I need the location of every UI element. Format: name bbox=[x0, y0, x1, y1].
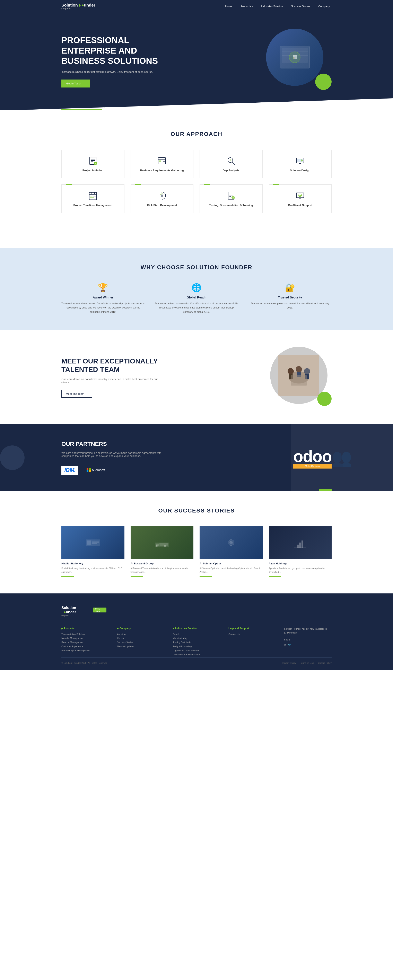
footer-col-tagline: Solution Founder has set new standards i… bbox=[284, 627, 332, 657]
why-card-award-title: Award Winner bbox=[61, 296, 145, 299]
approach-icon-solution-design bbox=[273, 156, 328, 166]
footer-link-success-stories[interactable]: Success Stories bbox=[117, 641, 165, 644]
separator-1 bbox=[0, 235, 393, 248]
approach-section: OUR APPROACH ✓ Project Initiation bbox=[0, 110, 393, 235]
partners-bg-figures: 👥 bbox=[291, 425, 393, 491]
microsoft-text: Microsoft bbox=[92, 468, 105, 472]
why-card-award-desc: Teamwork makes dream works. Our efforts … bbox=[61, 302, 145, 314]
meet-team-button[interactable]: Meet The Team → bbox=[61, 390, 92, 398]
approach-card-project-timelines: Project Timelines Management bbox=[61, 185, 125, 213]
approach-card-go-alive: Go Alive & Support bbox=[269, 185, 332, 213]
ms-yellow bbox=[89, 470, 91, 472]
hero-diagonal bbox=[0, 98, 393, 110]
footer-terms[interactable]: Terms Of Use bbox=[300, 662, 314, 664]
svg-point-26 bbox=[301, 159, 303, 161]
microsoft-grid-icon bbox=[86, 468, 91, 472]
svg-rect-56 bbox=[87, 541, 91, 544]
footer-link-contact[interactable]: Contact Us bbox=[228, 633, 276, 635]
partners-section: OUR PARTNERS We care about your project … bbox=[0, 425, 393, 491]
partner-logos: IBM. Microsoft bbox=[61, 466, 164, 475]
svg-point-61 bbox=[156, 545, 158, 547]
footer-privacy[interactable]: Privacy Policy bbox=[282, 662, 296, 664]
footer-link-material[interactable]: Material Management bbox=[61, 637, 109, 640]
footer-link-human[interactable]: Human Capital Management bbox=[61, 649, 109, 652]
team-image bbox=[270, 347, 332, 408]
footer-link-manufacturing[interactable]: Manufacturing bbox=[173, 637, 220, 640]
svg-rect-63 bbox=[160, 543, 168, 546]
success-section: OUR SUCCESS STORIES Khalid Stationery Kh… bbox=[0, 491, 393, 593]
khalid-description: Khalid Stationery is a trading business … bbox=[61, 567, 125, 574]
footer-top: Solution F●under We're Hiring simplifyit bbox=[61, 606, 332, 617]
footer-col-help: Help and Support Contact Us bbox=[228, 627, 276, 657]
footer-link-customer[interactable]: Customer Experience bbox=[61, 645, 109, 648]
ayan-stripe bbox=[269, 576, 281, 577]
nav-industries[interactable]: Industries Solution bbox=[261, 5, 283, 8]
footer-link-retail[interactable]: Retail bbox=[173, 633, 220, 635]
why-card-global-desc: Teamwork makes dream works. Our efforts … bbox=[155, 302, 238, 314]
svg-line-35 bbox=[160, 194, 161, 195]
approach-label-gap-analysis: Gap Analysis bbox=[204, 169, 258, 172]
footer-tagline: Solution Founder has set new standards i… bbox=[284, 627, 332, 635]
social-links: in 🐦 bbox=[284, 644, 332, 648]
approach-card-gap-analysis: Gap Analysis bbox=[200, 150, 263, 178]
svg-text:✓: ✓ bbox=[94, 162, 96, 165]
approach-card-testing: ✓ Testing, Documentation & Training bbox=[200, 185, 263, 213]
svg-rect-17 bbox=[163, 161, 165, 162]
footer-link-career[interactable]: Career bbox=[117, 637, 165, 640]
footer-link-logistics[interactable]: Logistics & Transportation bbox=[173, 649, 220, 652]
svg-rect-69 bbox=[302, 541, 303, 548]
ibm-logo: IBM. bbox=[61, 466, 78, 475]
nav-success[interactable]: Success Stories bbox=[291, 5, 310, 8]
why-card-global-title: Global Reach bbox=[155, 296, 238, 299]
nav-home[interactable]: Home bbox=[225, 5, 232, 8]
approach-icon-project-initiation: ✓ bbox=[66, 156, 120, 166]
footer-link-finance[interactable]: Finance Management bbox=[61, 641, 109, 644]
microsoft-logo: Microsoft bbox=[86, 468, 105, 472]
nav-company[interactable]: Company ▾ bbox=[318, 5, 332, 8]
success-card-ayan[interactable]: Ayan Holdings Ayan is a Saudi-based grou… bbox=[269, 526, 332, 577]
footer-link-news[interactable]: News & Updates bbox=[117, 645, 165, 648]
svg-rect-57 bbox=[92, 541, 99, 542]
success-card-salman[interactable]: Al Salman Optics Al Salman Optics is one… bbox=[200, 526, 263, 577]
footer: Solution F●under We're Hiring simplifyit… bbox=[0, 593, 393, 670]
success-card-bassami[interactable]: Al Bassami Group Al Bassami Transportati… bbox=[131, 526, 193, 577]
approach-label-testing: Testing, Documentation & Training bbox=[204, 204, 258, 207]
ayan-title: Ayan Holdings bbox=[269, 562, 332, 565]
footer-link-transportation[interactable]: Transportation Solution bbox=[61, 633, 109, 635]
security-icon: 🔐 bbox=[248, 283, 332, 293]
footer-col-industries: ▶ Industries Solution Retail Manufacturi… bbox=[173, 627, 220, 657]
salman-image bbox=[200, 526, 263, 559]
khalid-image bbox=[61, 526, 125, 559]
linkedin-icon[interactable]: in bbox=[284, 644, 286, 646]
success-card-khalid[interactable]: Khalid Stationery Khalid Stationery is a… bbox=[61, 526, 125, 577]
footer-link-freight[interactable]: Freight Forwarding bbox=[173, 645, 220, 648]
hero-image: 📊 bbox=[266, 29, 332, 94]
footer-col-company: ▶ Company About us Career Success Storie… bbox=[117, 627, 165, 657]
hero-green-stripe bbox=[61, 109, 102, 110]
footer-link-construction[interactable]: Construction & Real Estate bbox=[173, 653, 220, 656]
approach-icon-business-requirements bbox=[135, 156, 189, 166]
svg-point-44 bbox=[299, 195, 301, 196]
hero-cta-button[interactable]: Get In Touch → bbox=[61, 80, 89, 88]
approach-icon-go-alive bbox=[273, 191, 328, 200]
twitter-icon[interactable]: 🐦 bbox=[288, 644, 291, 646]
why-choose-section: WHY CHOOSE SOLUTION FOUNDER 🏆 Award Winn… bbox=[0, 248, 393, 330]
salman-stripe bbox=[200, 576, 212, 577]
footer-link-trading[interactable]: Trading Distribution bbox=[173, 641, 220, 644]
award-icon: 🏆 bbox=[61, 283, 145, 293]
approach-title: OUR APPROACH bbox=[61, 131, 332, 137]
svg-rect-31 bbox=[90, 196, 92, 196]
team-text: MEET OUR EXCEPTIONALLY TALENTED TEAM Our… bbox=[61, 357, 164, 398]
svg-line-19 bbox=[232, 162, 235, 165]
why-card-security-desc: Teamwork dream make projects successful … bbox=[248, 302, 332, 310]
footer-cookie[interactable]: Cookie Policy bbox=[318, 662, 332, 664]
footer-columns: ▶ Products Transportation Solution Mater… bbox=[61, 627, 332, 657]
hero-description: Increase business ability get profitable… bbox=[61, 70, 164, 73]
nav-products[interactable]: Products ▾ bbox=[241, 5, 253, 8]
success-title: OUR SUCCESS STORIES bbox=[61, 508, 332, 514]
svg-point-48 bbox=[288, 368, 294, 374]
footer-link-about[interactable]: About us bbox=[117, 633, 165, 635]
footer-col-products: ▶ Products Transportation Solution Mater… bbox=[61, 627, 109, 657]
partners-title: OUR PARTNERS bbox=[61, 441, 164, 447]
approach-card-kick-start: Kick Start Development bbox=[131, 185, 193, 213]
